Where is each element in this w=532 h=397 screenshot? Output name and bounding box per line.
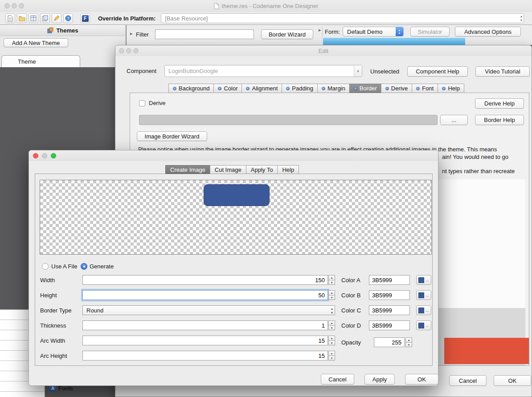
tab-apply-to[interactable]: Apply To	[246, 165, 278, 174]
unselected-label: Unselected	[370, 68, 399, 75]
style-dot-icon	[218, 87, 221, 90]
border-wizard-button[interactable]: Border Wizard	[261, 29, 313, 39]
simulator-button[interactable]: Simulator	[410, 27, 450, 36]
main-titlebar: theme.res - Codename One Designer	[0, 0, 532, 12]
wizard-apply-button[interactable]: Apply	[364, 374, 395, 385]
spinner-up-icon	[328, 336, 335, 341]
opacity-label: Opacity	[341, 339, 361, 346]
border-more-button[interactable]: ...	[440, 115, 468, 125]
opacity-stepper[interactable]	[405, 337, 412, 347]
video-tutorial-button[interactable]: Video Tutorial	[475, 66, 530, 77]
advanced-options-button[interactable]: Advanced Options	[455, 27, 521, 36]
wizard-ok-button[interactable]: OK	[405, 374, 438, 385]
combo-stepper-icon	[396, 27, 403, 36]
edit-ok-button[interactable]: OK	[494, 375, 531, 386]
window-title: theme.res - Codename One Designer	[0, 0, 532, 12]
arc-width-input[interactable]	[82, 336, 328, 345]
color-b-label: Color B	[341, 292, 360, 299]
spinner-down-icon	[405, 343, 412, 348]
zoom-icon[interactable]	[51, 153, 56, 158]
tab-border[interactable]: Border	[349, 84, 381, 93]
opacity-input[interactable]	[374, 337, 405, 347]
style-dot-icon	[246, 87, 250, 90]
component-combo[interactable]: LoginButtonGoogle	[164, 65, 362, 77]
generated-border-preview	[204, 184, 270, 206]
tab-cut-image[interactable]: Cut Image	[210, 165, 246, 174]
form-select[interactable]: Default Demo	[343, 27, 404, 36]
derive-help-button[interactable]: Derive Help	[475, 98, 524, 109]
open-folder-icon[interactable]	[17, 13, 27, 23]
tab-help[interactable]: Help	[438, 84, 464, 93]
filter-input[interactable]	[155, 29, 254, 39]
color-b-input[interactable]	[369, 290, 410, 300]
style-dot-icon	[322, 87, 325, 90]
arc-height-input[interactable]	[82, 351, 328, 361]
color-d-picker-button[interactable]: ...	[416, 320, 431, 330]
edit-dialog-title: Edit	[115, 45, 532, 56]
border-preview-red-swatch	[444, 338, 529, 364]
override-platform-combo[interactable]: [Base Resource]	[161, 13, 524, 23]
color-swatch	[418, 292, 424, 298]
style-dot-icon	[173, 87, 176, 90]
chevron-down-icon[interactable]	[354, 65, 362, 77]
toolbar-divider	[322, 26, 323, 37]
color-d-input[interactable]	[369, 320, 410, 330]
tab-alignment[interactable]: Alignment	[241, 84, 282, 93]
new-document-icon[interactable]	[5, 13, 15, 23]
border-help-button[interactable]: Border Help	[475, 115, 524, 125]
color-c-picker-button[interactable]: ...	[416, 305, 431, 315]
use-a-file-label: Use A File	[51, 263, 78, 270]
tab-color[interactable]: Color	[213, 84, 242, 93]
edit-pencil-icon[interactable]	[52, 13, 61, 23]
svg-text:?: ?	[67, 16, 69, 20]
main-toolbar: ? Override In Platform: [Base Resource]	[0, 12, 532, 25]
arc-height-stepper[interactable]	[328, 351, 335, 361]
minimize-icon[interactable]	[42, 153, 47, 158]
color-a-picker-button[interactable]: ...	[416, 275, 431, 285]
tab-derive[interactable]: Derive	[381, 84, 413, 93]
wizard-cancel-button[interactable]: Cancel	[321, 374, 354, 385]
tab-create-image[interactable]: Create Image	[165, 165, 210, 174]
tab-background[interactable]: Background	[168, 84, 214, 93]
sidebar-tab-theme[interactable]: Theme	[1, 55, 80, 67]
collapse-arrow-icon[interactable]	[130, 31, 133, 36]
wizard-notice-text-fragment: nt types rather than recreate	[442, 168, 515, 174]
image-border-wizard-button[interactable]: Image Border Wizard	[137, 131, 207, 141]
style-dot-icon	[416, 87, 420, 90]
color-a-input[interactable]	[369, 275, 410, 285]
color-swatch	[418, 323, 424, 328]
derive-checkbox[interactable]	[139, 100, 145, 106]
tab-help[interactable]: Help	[277, 165, 299, 174]
component-label: Component	[127, 68, 156, 74]
image-border-wizard-dialog: Create Image Cut Image Apply To Help Use…	[29, 150, 438, 386]
override-in-platform-label: Override In Platform:	[98, 15, 156, 22]
font-tool-icon[interactable]	[80, 13, 90, 23]
document-copy-icon[interactable]	[40, 13, 50, 23]
arc-width-stepper[interactable]	[328, 336, 335, 345]
filter-label: Filter	[136, 31, 149, 38]
tab-padding[interactable]: Padding	[282, 84, 318, 93]
tab-font[interactable]: Font	[412, 84, 438, 93]
columns-icon[interactable]	[29, 13, 38, 23]
main-topbar: Filter Border Wizard Form: Default Demo …	[126, 25, 532, 45]
color-b-picker-button[interactable]: ...	[416, 290, 431, 300]
spinner-up-icon	[405, 337, 412, 343]
style-dot-icon	[385, 87, 389, 90]
help-icon[interactable]: ?	[63, 13, 73, 23]
color-c-input[interactable]	[369, 305, 410, 315]
collapse-arrow-icon[interactable]	[319, 27, 321, 33]
tab-margin[interactable]: Margin	[317, 84, 350, 93]
color-swatch	[418, 277, 424, 283]
component-help-button[interactable]: Component Help	[407, 66, 468, 77]
spinner-down-icon	[328, 356, 335, 361]
generate-radio[interactable]	[81, 263, 87, 270]
close-icon[interactable]	[33, 153, 38, 158]
use-a-file-radio[interactable]	[42, 263, 49, 270]
add-theme-button[interactable]: Add A New Theme	[4, 38, 68, 47]
form-label: Form:	[325, 28, 340, 35]
color-c-label: Color C	[341, 307, 361, 314]
color-a-label: Color A	[341, 277, 360, 284]
edit-cancel-button[interactable]: Cancel	[449, 375, 487, 386]
style-dot-icon	[354, 87, 357, 90]
wizard-tabs: Create Image Cut Image Apply To Help	[166, 165, 299, 174]
